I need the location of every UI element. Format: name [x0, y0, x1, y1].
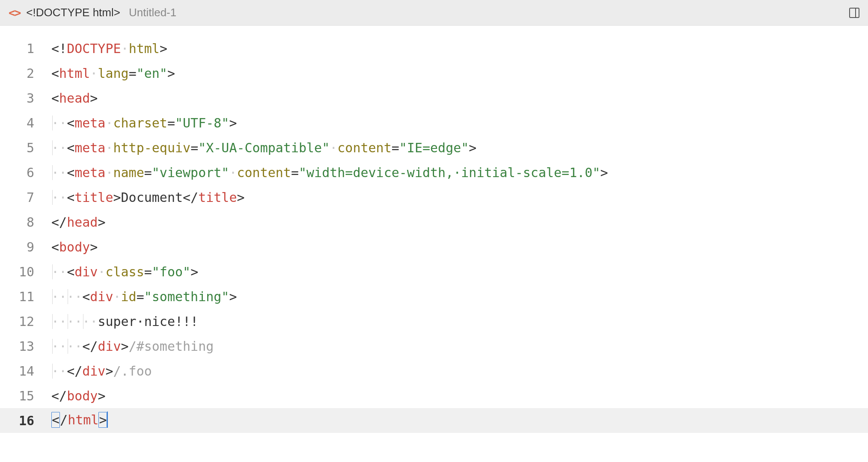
syntax-token: "something" — [144, 289, 229, 304]
syntax-token: = — [129, 66, 137, 81]
syntax-token: > — [600, 165, 608, 180]
code-content[interactable]: </body> — [51, 388, 868, 403]
syntax-token: ·· — [51, 364, 67, 379]
syntax-token: id — [121, 289, 137, 304]
code-line[interactable]: 4··<meta·charset="UTF-8"> — [0, 110, 868, 135]
syntax-token: ! — [59, 41, 67, 56]
syntax-token: head — [59, 91, 90, 106]
indent-guide — [52, 165, 53, 180]
syntax-token: "viewport" — [152, 165, 229, 180]
syntax-token: ·· — [51, 116, 67, 130]
indent-guide — [52, 339, 53, 354]
code-line[interactable]: 16</html> — [0, 408, 868, 433]
syntax-token: content — [237, 165, 291, 180]
indent-guide — [68, 314, 68, 329]
syntax-token: </ — [82, 339, 98, 354]
code-content[interactable]: ··<meta·name="viewport"·content="width=d… — [51, 165, 868, 180]
code-content[interactable]: ··<div·class="foo"> — [51, 264, 868, 279]
code-content[interactable]: ······super·nice!!! — [51, 314, 868, 329]
code-line[interactable]: 7··<title>Document</title> — [0, 185, 868, 210]
code-line[interactable]: 15</body> — [0, 383, 868, 408]
syntax-token: "foo" — [152, 264, 190, 279]
code-line[interactable]: 1<!DOCTYPE·html> — [0, 36, 868, 61]
code-content[interactable]: ····<div·id="something"> — [51, 289, 868, 304]
syntax-token: "UTF-8" — [175, 116, 229, 130]
syntax-token: charset — [113, 116, 167, 130]
syntax-token: < — [67, 190, 74, 205]
code-line[interactable]: 2<html·lang="en"> — [0, 61, 868, 86]
syntax-token: </ — [183, 190, 198, 205]
syntax-token: </ — [51, 215, 67, 230]
syntax-token: < — [51, 412, 60, 428]
text-cursor — [107, 412, 108, 428]
syntax-token: meta — [74, 140, 105, 155]
code-content[interactable]: <body> — [51, 240, 868, 255]
syntax-token: < — [51, 240, 59, 255]
line-number: 5 — [0, 140, 51, 155]
syntax-token: > — [90, 91, 98, 106]
syntax-token: html — [59, 66, 90, 81]
code-line[interactable]: 13····</div>/#something — [0, 334, 868, 358]
syntax-token: ·· — [51, 165, 67, 180]
syntax-token: ·· — [51, 140, 67, 155]
syntax-token: /.foo — [113, 364, 152, 379]
code-editor[interactable]: 1<!DOCTYPE·html>2<html·lang="en">3<head>… — [0, 26, 868, 433]
code-content[interactable]: ··<meta·charset="UTF-8"> — [51, 116, 868, 130]
syntax-token: ···· — [51, 289, 82, 304]
code-content[interactable]: </head> — [51, 215, 868, 230]
code-line[interactable]: 8</head> — [0, 210, 868, 234]
syntax-token: > — [98, 412, 107, 428]
syntax-token: html — [68, 412, 98, 427]
editor-tab[interactable]: <> <!DOCTYPE html> Untitled-1 — [9, 6, 176, 19]
code-content[interactable]: <head> — [51, 91, 868, 106]
code-line[interactable]: 10··<div·class="foo"> — [0, 259, 868, 284]
syntax-token: body — [59, 240, 90, 255]
syntax-token: > — [237, 190, 245, 205]
syntax-token: title — [74, 190, 113, 205]
syntax-token: ······ — [51, 314, 98, 329]
syntax-token: < — [67, 140, 74, 155]
syntax-token: = — [144, 264, 152, 279]
code-line[interactable]: 14··</div>/.foo — [0, 358, 868, 383]
code-line[interactable]: 11····<div·id="something"> — [0, 284, 868, 309]
split-editor-icon[interactable] — [849, 8, 859, 18]
syntax-token: · — [105, 140, 113, 155]
syntax-token: content — [337, 140, 391, 155]
code-content[interactable]: ····</div>/#something — [51, 339, 868, 354]
syntax-token: < — [51, 66, 59, 81]
syntax-token: </ — [67, 364, 82, 379]
syntax-token: Document — [121, 190, 183, 205]
syntax-token: = — [137, 289, 144, 304]
code-content[interactable]: <html·lang="en"> — [51, 66, 868, 81]
code-line[interactable]: 5··<meta·http-equiv="X-UA-Compatible"·co… — [0, 135, 868, 160]
syntax-token: DOCTYPE — [67, 41, 121, 56]
line-number: 1 — [0, 41, 51, 56]
syntax-token: title — [198, 190, 237, 205]
syntax-token: div — [74, 264, 98, 279]
syntax-token: · — [121, 41, 129, 56]
line-number: 11 — [0, 289, 51, 304]
indent-guide — [52, 289, 53, 304]
code-line[interactable]: 9<body> — [0, 234, 868, 259]
code-content[interactable]: ··<meta·http-equiv="X-UA-Compatible"·con… — [51, 140, 868, 155]
syntax-token: = — [190, 140, 198, 155]
code-line[interactable]: 6··<meta·name="viewport"·content="width=… — [0, 160, 868, 185]
syntax-token: · — [98, 264, 105, 279]
syntax-token: class — [105, 264, 144, 279]
syntax-token: < — [51, 91, 59, 106]
code-line[interactable]: 12······super·nice!!! — [0, 309, 868, 334]
syntax-token: < — [67, 116, 74, 130]
code-content[interactable]: ··<title>Document</title> — [51, 190, 868, 205]
line-number: 9 — [0, 240, 51, 255]
syntax-token: name — [113, 165, 144, 180]
syntax-token: "IE=edge" — [399, 140, 469, 155]
code-content[interactable]: <!DOCTYPE·html> — [51, 41, 868, 56]
syntax-token: /#something — [129, 339, 214, 354]
code-content[interactable]: </html> — [51, 412, 868, 429]
syntax-token: · — [229, 165, 237, 180]
line-number: 13 — [0, 339, 51, 354]
code-content[interactable]: ··</div>/.foo — [51, 364, 868, 379]
code-line[interactable]: 3<head> — [0, 86, 868, 110]
syntax-token: < — [67, 264, 74, 279]
syntax-token: lang — [98, 66, 128, 81]
